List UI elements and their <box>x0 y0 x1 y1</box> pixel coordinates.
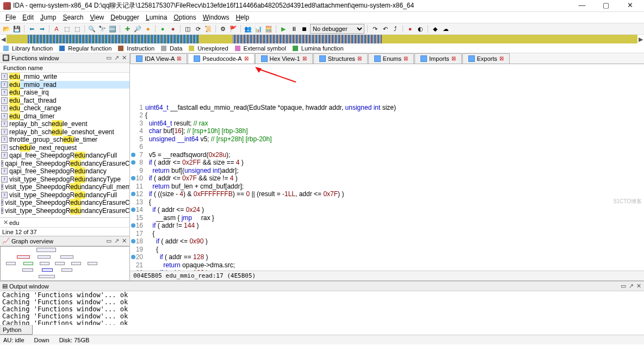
function-row[interactable]: fedu_mmio_write <box>0 73 129 81</box>
function-row[interactable]: fedu_mmio_read <box>0 81 129 89</box>
hex-icon[interactable]: ◫ <box>183 24 192 33</box>
tool-b-icon[interactable]: ⬚ <box>63 24 71 33</box>
pin-icon[interactable]: ↗ <box>113 54 120 61</box>
code-line[interactable]: 2{ <box>130 111 644 120</box>
code-line[interactable]: 9 return buf[(unsigned int)addr]; <box>130 167 644 175</box>
dot1-icon[interactable]: ● <box>158 24 167 33</box>
code-line[interactable]: 4 char buf[16]; // [rsp+10h] [rbp-38h] <box>130 127 644 135</box>
stepover-icon[interactable]: ↶ <box>381 24 389 33</box>
step-icon[interactable]: ↷ <box>370 24 379 33</box>
function-row[interactable]: fqapi_free_SheepdogRedundancyErasureCod <box>0 160 129 168</box>
calc-icon[interactable]: 🧮 <box>264 24 273 33</box>
tab-imports[interactable]: Imports⊠ <box>414 53 462 64</box>
code-line[interactable]: 3 uint64_t result; // rax <box>130 120 644 128</box>
script-icon[interactable]: 📜 <box>204 24 213 33</box>
code-line[interactable]: 8 if ( addr <= 0x2FF && size == 4 ) <box>130 159 644 167</box>
search-input[interactable] <box>9 219 128 226</box>
search-icon[interactable]: 🔍 <box>88 24 96 33</box>
go-dock-icon[interactable]: ▭ <box>106 237 112 244</box>
go-close-icon[interactable]: ✕ <box>121 237 127 244</box>
tab-close-icon[interactable]: ⊠ <box>244 54 249 64</box>
open-icon[interactable]: 📂 <box>2 24 11 33</box>
go-pin-icon[interactable]: ↗ <box>113 237 120 244</box>
code-line[interactable]: 15 __asm { jmp rax } <box>130 214 644 222</box>
dot2-icon[interactable]: ● <box>169 24 177 33</box>
function-row[interactable]: fqapi_free_SheepdogRedundancyFull <box>0 152 129 160</box>
code-line[interactable]: 19 { <box>130 246 644 254</box>
code-line[interactable]: 20 if ( addr == 128 ) <box>130 253 644 261</box>
code-line[interactable]: 13 { <box>130 198 644 206</box>
function-row[interactable]: fthrottle_group_schedule_timer <box>0 136 129 144</box>
tab-close-icon[interactable]: ⊠ <box>357 54 362 64</box>
out-close-icon[interactable]: ✕ <box>635 283 642 290</box>
function-row[interactable]: fqapi_free_SheepdogRedundancy <box>0 167 129 175</box>
zoom-icon[interactable]: 🔎 <box>133 24 142 33</box>
pause-icon[interactable]: ⏸ <box>289 24 298 33</box>
menu-lumina[interactable]: Lumina <box>143 14 170 21</box>
save-icon[interactable]: 💾 <box>13 24 21 33</box>
close-pane-icon[interactable]: ✕ <box>121 54 127 61</box>
function-row[interactable]: fedu_check_range <box>0 104 129 112</box>
back-icon[interactable]: ⬅ <box>27 24 36 33</box>
code-line[interactable]: 14 if ( addr <= 0x24 ) <box>130 206 644 214</box>
tab-structures[interactable]: Structures⊠ <box>313 53 368 64</box>
menu-jump[interactable]: Jump <box>37 14 59 21</box>
tab-close-icon[interactable]: ⊠ <box>499 54 504 64</box>
tab-enums[interactable]: Enums⊠ <box>368 53 414 64</box>
clear-search-icon[interactable]: ✕ <box>2 219 9 226</box>
code-line[interactable]: 6 <box>130 143 644 151</box>
menu-options[interactable]: Options <box>170 14 199 21</box>
graph-canvas[interactable] <box>0 246 129 280</box>
people-icon[interactable]: 👥 <box>244 24 252 33</box>
tab-exports[interactable]: Exports⊠ <box>462 53 510 64</box>
code-line[interactable]: 11 return buf_len + cmd_buf[addr]; <box>130 183 644 191</box>
menu-file[interactable]: File <box>2 14 19 21</box>
menu-view[interactable]: View <box>86 14 107 21</box>
play-icon[interactable]: ▶ <box>279 24 288 33</box>
code-line[interactable]: 12 if ( ((size - 4) & 0xFFFFFFFB) == 0 |… <box>130 190 644 198</box>
code-line[interactable]: 16 if ( addr != 144 ) <box>130 222 644 230</box>
dock-icon[interactable]: ▭ <box>106 54 112 61</box>
function-row[interactable]: fvisit_type_SheepdogRedundancyErasureCod <box>0 199 129 207</box>
function-row[interactable]: fvisit_type_SheepdogRedundancyType <box>0 175 129 184</box>
function-row[interactable]: fvisit_type_SheepdogRedundancyErasureCod <box>0 207 129 215</box>
close-button[interactable]: ✕ <box>618 0 642 12</box>
text-icon[interactable]: 🔤 <box>108 24 117 33</box>
function-row[interactable]: fedu_dma_timer <box>0 112 129 121</box>
menu-search[interactable]: Search <box>59 14 86 21</box>
function-row[interactable]: fvisit_type_SheepdogRedundancyFull <box>0 191 129 199</box>
function-row[interactable]: freplay_bh_schedule_event <box>0 120 129 128</box>
function-row[interactable]: fedu_raise_irq <box>0 89 129 97</box>
menu-help[interactable]: Help <box>232 14 252 21</box>
code-line[interactable]: 10 if ( addr <= 0x7F && size != 4 ) <box>130 174 644 183</box>
maximize-button[interactable]: ▢ <box>594 0 618 12</box>
stepout-icon[interactable]: ⤴ <box>391 24 400 33</box>
stop-icon[interactable]: ⏹ <box>300 24 308 33</box>
nav-left-icon[interactable]: ◀ <box>0 36 7 43</box>
binoc-icon[interactable]: 🔭 <box>98 24 107 33</box>
code-line[interactable]: 21 return opaque->dma.src; <box>130 261 644 269</box>
bp2-icon[interactable]: ◐ <box>416 24 425 33</box>
functions-list[interactable]: fedu_mmio_writefedu_mmio_readfedu_raise_… <box>0 73 129 217</box>
code-line[interactable]: 7 v5 = __readfsqword(0x28u); <box>130 151 644 159</box>
gear-icon[interactable]: ⚙ <box>219 24 227 33</box>
lumina-icon[interactable]: ◆ <box>431 24 439 33</box>
function-row[interactable]: fedu_fact_thread <box>0 97 129 105</box>
functions-column-header[interactable]: Function name <box>0 63 129 73</box>
tool-a-icon[interactable]: A <box>52 24 61 33</box>
code-line[interactable]: 1uint64_t __fastcall edu_mmio_read(EduSt… <box>130 104 644 112</box>
tab-pseudocode-a[interactable]: Pseudocode-A⊠ <box>188 53 254 64</box>
flag-icon[interactable]: 🚩 <box>229 24 238 33</box>
tab-hex-view-1[interactable]: Hex View-1⊠ <box>255 53 313 64</box>
chart-icon[interactable]: 📊 <box>254 24 263 33</box>
refresh-icon[interactable]: ⟳ <box>194 24 202 33</box>
nav-right-icon[interactable]: ▶ <box>637 36 644 43</box>
tab-close-icon[interactable]: ⊠ <box>177 54 181 64</box>
python-prompt-button[interactable]: Python <box>0 325 33 335</box>
pseudocode-view[interactable]: 51CTO博客 1uint64_t __fastcall edu_mmio_re… <box>130 64 644 271</box>
cloud-icon[interactable]: ☁ <box>441 24 450 33</box>
code-line[interactable]: 17 { <box>130 230 644 238</box>
tool-c-icon[interactable]: ⬚ <box>73 24 82 33</box>
code-line[interactable]: 22 if ( addr == 136 ) <box>130 269 644 271</box>
out-pin-icon[interactable]: ↗ <box>628 283 634 290</box>
